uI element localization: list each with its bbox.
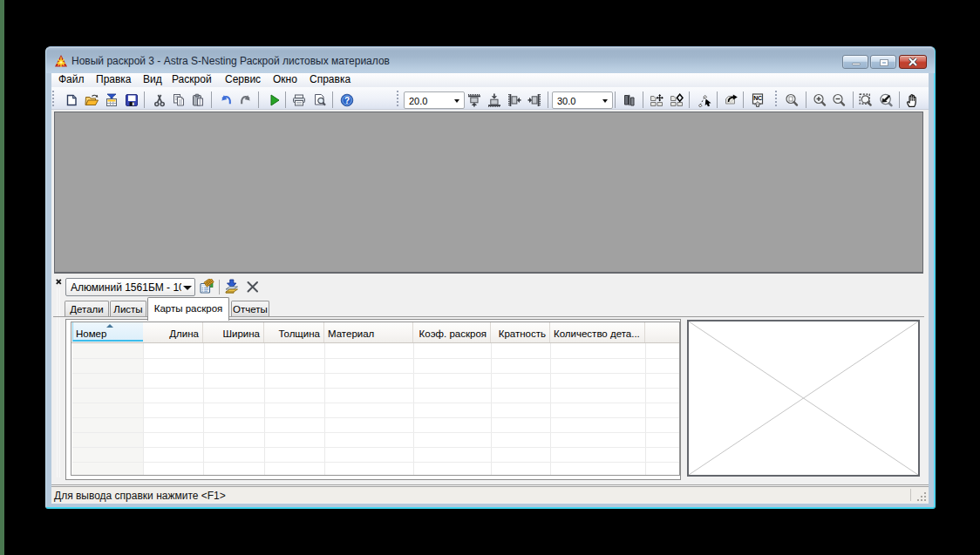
svg-text:NC: NC	[753, 95, 762, 101]
svg-text:?: ?	[344, 96, 350, 105]
